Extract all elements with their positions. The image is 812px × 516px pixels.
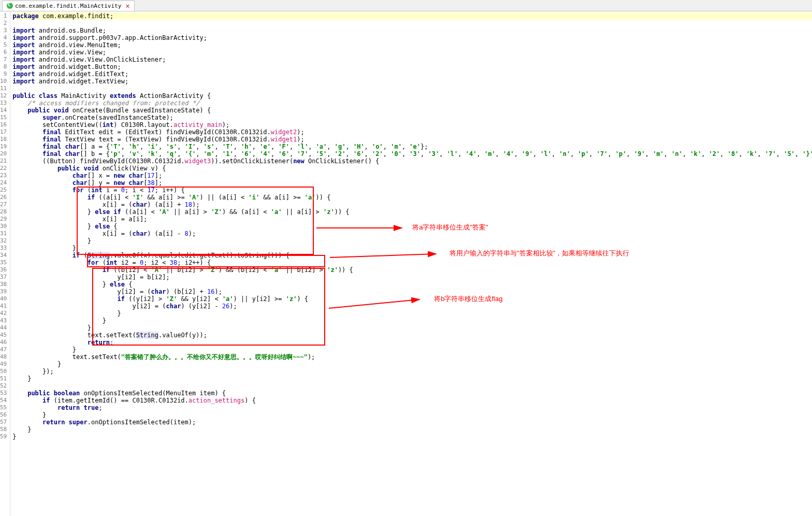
code-line[interactable]: x[i] = (char) (a[i] + 18); (12, 201, 812, 208)
line-number: 33 (0, 245, 7, 252)
code-line[interactable]: public void onCreate(Bundle savedInstanc… (12, 107, 812, 114)
annotation-2: 将用户输入的字符串与"答案相比较"，如果相等继续往下执行 (450, 250, 629, 257)
annotation-3: 将b字符串移位生成flag (434, 295, 502, 303)
code-line[interactable]: y[i2] = (char) (b[i2] + 16); (12, 288, 812, 295)
code-line[interactable]: } else { (12, 281, 812, 288)
line-number: 14 (0, 107, 7, 114)
code-line[interactable]: return true; (12, 404, 812, 411)
code-line[interactable]: import android.widget.TextView; (12, 78, 812, 85)
line-number: 12 (0, 92, 7, 99)
code-line[interactable]: }); (12, 368, 812, 375)
code-line[interactable]: for (int i = 0; i < 17; i++) { (12, 187, 812, 194)
code-line[interactable]: if (item.getItemId() == C0130R.C0132id.a… (12, 397, 812, 404)
code-line[interactable]: if ((y[i2] > 'Z' && y[i2] < 'a') || y[i2… (12, 295, 812, 303)
code-line[interactable]: } (12, 433, 812, 440)
code-line[interactable]: if (String.valueOf(x).equals(edit.getTex… (12, 252, 812, 259)
code-line[interactable]: x[i] = (char) (a[i] - 8); (12, 230, 812, 237)
code-line[interactable]: } (12, 317, 812, 324)
code-line[interactable]: /* access modifiers changed from: protec… (12, 99, 812, 107)
code-line[interactable] (12, 85, 812, 92)
code-line[interactable]: return; (12, 339, 812, 346)
code-line[interactable]: import android.support.p003v7.app.Action… (12, 34, 812, 41)
code-area[interactable]: package com.example.findit; import andro… (10, 11, 812, 516)
line-number: 58 (0, 426, 7, 433)
code-line[interactable]: } (12, 245, 812, 252)
code-line[interactable]: final TextView text = (TextView) findVie… (12, 136, 812, 143)
code-line[interactable]: char[] y = new char[38]; (12, 179, 812, 187)
line-number: 53 (0, 390, 7, 397)
code-line[interactable]: import android.widget.Button; (12, 63, 812, 70)
line-number: 23 (0, 172, 7, 179)
close-icon[interactable]: ✕ (125, 2, 129, 10)
code-line[interactable]: y[i2] = b[i2]; (12, 274, 812, 281)
line-number: 15 (0, 114, 7, 121)
line-number: 22 (0, 165, 7, 172)
code-line[interactable]: } else if ((a[i] < 'A' || a[i] > 'Z') &&… (12, 208, 812, 216)
line-number: 50 (0, 368, 7, 375)
code-line[interactable]: text.setText("答案错了肿么办。。。不给你又不好意思。。。哎呀好纠结… (12, 353, 812, 361)
code-line[interactable]: if ((a[i] < 'I' && a[i] >= 'A') || (a[i]… (12, 194, 812, 201)
code-line[interactable]: public void onClick(View v) { (12, 165, 812, 172)
code-line[interactable]: package com.example.findit; (12, 12, 812, 20)
code-line[interactable]: final EditText edit = (EditText) findVie… (12, 128, 812, 136)
line-number: 36 (0, 266, 7, 274)
code-line[interactable]: } (12, 361, 812, 368)
line-number: 37 (0, 274, 7, 281)
code-line[interactable]: y[i2] = (char) (y[i2] - 26); (12, 303, 812, 310)
line-number: 40 (0, 295, 7, 303)
code-line[interactable]: ((Button) findViewById(C0130R.C0132id.wi… (12, 157, 812, 165)
code-line[interactable]: final char[] a = {'T', 'h', 'i', 's', 'I… (12, 143, 812, 150)
code-line[interactable]: for (int i2 = 0; i2 < 38; i2++) { (12, 259, 812, 266)
line-number: 55 (0, 404, 7, 411)
line-number: 49 (0, 361, 7, 368)
code-line[interactable]: public boolean onOptionsItemSelected(Men… (12, 390, 812, 397)
line-number: 17 (0, 128, 7, 136)
code-line[interactable]: } (12, 324, 812, 332)
code-line[interactable]: if ((b[i2] < 'A' || b[i2] > 'Z') && (b[i… (12, 266, 812, 274)
code-line[interactable]: import android.widget.EditText; (12, 70, 812, 78)
code-line[interactable]: } (12, 411, 812, 419)
line-number: 8 (0, 63, 7, 70)
line-number: 34 (0, 252, 7, 259)
code-line[interactable]: text.setText(String.valueOf(y)); (12, 332, 812, 339)
line-number: 31 (0, 230, 7, 237)
code-line[interactable]: } (12, 237, 812, 245)
line-number: 9 (0, 70, 7, 78)
line-number: 39 (0, 288, 7, 295)
code-line[interactable]: final char[] b = {'p', 'v', 'k', 'q', '{… (12, 150, 812, 157)
line-number: 32 (0, 237, 7, 245)
java-class-icon (7, 3, 13, 9)
line-number: 20 (0, 150, 7, 157)
line-number: 59 (0, 433, 7, 440)
line-number: 18 (0, 136, 7, 143)
code-line[interactable]: import android.view.View; (12, 49, 812, 56)
code-line[interactable]: x[i] = a[i]; (12, 216, 812, 223)
line-number: 29 (0, 216, 7, 223)
code-line[interactable]: public class MainActivity extends Action… (12, 92, 812, 99)
code-line[interactable]: import android.os.Bundle; (12, 27, 812, 34)
line-number: 21 (0, 157, 7, 165)
line-number: 28 (0, 208, 7, 216)
code-line[interactable]: import android.view.MenuItem; (12, 41, 812, 49)
editor: 1234567891011121314151617181920212223242… (0, 11, 812, 516)
code-line[interactable] (12, 382, 812, 390)
line-number: 11 (0, 85, 7, 92)
line-number: 35 (0, 259, 7, 266)
code-line[interactable]: return super.onOptionsItemSelected(item)… (12, 419, 812, 426)
code-line[interactable] (12, 20, 812, 27)
code-line[interactable]: } (12, 375, 812, 382)
code-line[interactable]: } (12, 310, 812, 317)
line-number: 46 (0, 339, 7, 346)
line-number: 43 (0, 317, 7, 324)
code-line[interactable]: char[] x = new char[17]; (12, 172, 812, 179)
code-line[interactable]: setContentView((int) C0130R.layout.activ… (12, 121, 812, 128)
tab-title: com.example.findit.MainActivity (15, 3, 121, 9)
code-line[interactable]: import android.view.View.OnClickListener… (12, 56, 812, 63)
line-number: 52 (0, 382, 7, 390)
line-number: 19 (0, 143, 7, 150)
code-line[interactable]: } (12, 346, 812, 353)
file-tab[interactable]: com.example.findit.MainActivity ✕ (2, 1, 135, 11)
line-number: 7 (0, 56, 7, 63)
code-line[interactable]: } (12, 426, 812, 433)
code-line[interactable]: super.onCreate(savedInstanceState); (12, 114, 812, 121)
